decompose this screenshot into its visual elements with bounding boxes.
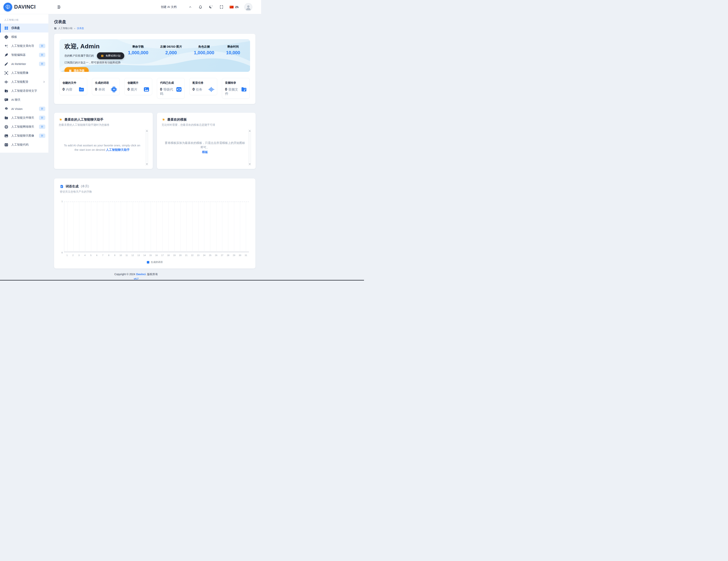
x-tick-label: 27 (221, 254, 223, 257)
dark-mode-button[interactable] (208, 4, 214, 10)
sidebar-item-ai-rewriter[interactable]: AI ReWriter新 (0, 59, 48, 68)
gridline (151, 202, 151, 252)
gridline (228, 202, 228, 252)
camera-icon (4, 71, 8, 75)
scroll-down-arrow[interactable] (146, 163, 148, 165)
gridline (139, 202, 139, 252)
sidebar-item-templates[interactable]: AI模板 (0, 33, 48, 41)
create-ai-doc-dropdown[interactable]: 创建 AI 文档 (160, 5, 193, 9)
breadcrumb-current[interactable]: 仪表盘 (77, 27, 84, 30)
favorite-templates-title: 最喜欢的模板 (167, 117, 187, 122)
usage-card-title: 代码已生成 (160, 81, 182, 85)
new-badge: 新 (39, 107, 45, 111)
sidebar-item-label: 人工智能语音转文字 (11, 89, 37, 93)
usage-card-unit: 任务 (196, 88, 202, 91)
usage-card-voiceover-tasks: 配音任务0任务 (189, 78, 217, 95)
breadcrumb-group[interactable]: 人工智能小组 (58, 27, 72, 30)
stat-value: 2,000 (160, 50, 182, 55)
chart-title-suffix: (本月) (81, 184, 89, 189)
upgrade-now-button[interactable]: 现在升级 (64, 67, 89, 72)
sidebar-item-ai-code[interactable]: 人工智能代码 (0, 140, 48, 149)
sidebar-item-label: 人工智能代码 (11, 143, 28, 147)
overview-card: 欢迎, Admin 您的帐户目前属于我们的 免费试用计划 订阅我们的计划之一，即… (54, 34, 255, 104)
usage-card-words: 生成的词语0单词AI (92, 78, 120, 95)
stat-value: 1,000,000 (194, 50, 214, 55)
sidebar-item-chat-image[interactable]: 人工智能聊天图像新 (0, 131, 48, 140)
sidebar-item-label: 人工智能配音 (11, 80, 28, 84)
code-icon (176, 86, 182, 93)
breadcrumb-separator: » (74, 27, 75, 30)
x-tick-label: 31 (245, 254, 247, 257)
gridline (133, 202, 133, 252)
code-icon (4, 143, 8, 147)
chevron-up-icon (189, 6, 192, 8)
scroll-down-arrow[interactable] (249, 163, 251, 165)
scrollbar[interactable] (248, 129, 251, 166)
subscribe-text: 订阅我们的计划之一，即可获得所有功能和优势 (64, 61, 250, 64)
free-trial-plan-label: 免费试用计划 (106, 54, 120, 58)
language-selector[interactable]: Zh (230, 5, 239, 9)
gridline (127, 202, 127, 252)
gridline (186, 202, 187, 252)
stat-label: 剩余时间 (226, 45, 240, 49)
x-tick-label: 8 (108, 254, 109, 257)
sidebar-toggle-button[interactable] (56, 4, 63, 10)
sidebar-item-file-chat[interactable]: 人工智能文件聊天新 (0, 113, 48, 122)
banner-stat-images-left: 左侧 DE/SD 图片2,000 (160, 45, 182, 55)
sidebar-item-label: 模板 (11, 35, 17, 39)
box-check-icon (69, 69, 72, 72)
folder-icon (4, 116, 8, 120)
sidebar-item-web-chat[interactable]: 人工智能网络聊天新 (0, 122, 48, 131)
sidebar-item-dashboard[interactable]: 仪表盘 (0, 24, 48, 33)
free-trial-plan-button[interactable]: 免费试用计划 (97, 52, 124, 59)
sidebar-item-article-wizard[interactable]: 人工智能文章向导新 (0, 41, 48, 50)
footer-brand-link[interactable]: Davinci (136, 273, 146, 276)
usage-card-title: 创建的文件 (63, 81, 84, 85)
x-tick-label: 19 (173, 254, 176, 257)
favorite-chat-title: 最喜欢的人工智能聊天助手 (64, 117, 103, 122)
copyright-line: Copyright © 2024Davinci. 版权所有 (54, 273, 218, 276)
pencil-icon (4, 62, 8, 66)
sidebar: 人工智能小组 仪表盘AI模板人工智能文章向导新智能编辑器新AI ReWriter… (0, 14, 49, 153)
words-generation-card: 词语生成 (本月) 密切关注您每天产生的字数 1 0 1234567891011… (54, 179, 255, 269)
scroll-up-arrow[interactable] (146, 130, 148, 132)
favorite-templates-link[interactable]: 模板 (165, 150, 245, 154)
scrollbar[interactable] (145, 129, 148, 166)
usage-card-title: 生成的词语 (95, 81, 117, 85)
globe-icon (4, 125, 8, 129)
favorite-chat-link[interactable]: 人工智能聊天助手 (106, 148, 130, 151)
brand[interactable]: Davinci (0, 3, 49, 11)
banner-stat-words-left: 剩余字数1,000,000 (128, 45, 148, 55)
user-avatar[interactable] (244, 3, 252, 11)
favorite-templates-empty-message: 要将模板添加为最喜欢的模板，只需点击所需模板上的开始图标即可。 模板 (163, 129, 247, 166)
account-status-text: 您的帐户目前属于我们的 (64, 54, 94, 58)
gridline (79, 202, 79, 252)
x-tick-label: 7 (102, 254, 103, 257)
banner-stat-chars-left: 角色左侧1,000,000 (194, 45, 214, 55)
stat-label: 角色左侧 (194, 45, 214, 49)
favorite-chat-subtitle: 您最喜爱的人工智能聊天助手随时为您服务 (59, 123, 148, 127)
sidebar-item-label: AI ReWriter (11, 62, 26, 66)
sidebar-item-ai-chat[interactable]: AI 聊天 (0, 95, 48, 104)
x-tick-label: 29 (233, 254, 235, 257)
notifications-button[interactable] (198, 4, 203, 10)
x-tick-label: 26 (215, 254, 217, 257)
chart-legend: 生成的词语 (60, 261, 250, 264)
sidebar-item-speech-to-text[interactable]: 人工智能语音转文字 (0, 86, 48, 95)
ai-chip-icon: AI (4, 35, 8, 39)
sidebar-item-ai-vision[interactable]: AI Vision新 (0, 104, 48, 113)
scroll-up-arrow[interactable] (249, 130, 251, 132)
banner-stats: 剩余字数1,000,000左侧 DE/SD 图片2,000角色左侧1,000,0… (128, 45, 240, 55)
favorite-templates-empty-text: 要将模板添加为最喜欢的模板，只需点击所需模板上的开始图标即可。 (165, 141, 245, 149)
new-badge: 新 (39, 44, 45, 48)
fullscreen-button[interactable] (219, 4, 224, 10)
gridline (121, 202, 121, 252)
sidebar-item-label: 人工智能文件聊天 (11, 116, 34, 120)
sidebar-item-smart-editor[interactable]: 智能编辑器新 (0, 50, 48, 59)
usage-card-value: 0 (225, 87, 227, 91)
language-label: Zh (235, 5, 239, 9)
sidebar-item-label: 人工智能文章向导 (11, 44, 34, 48)
gridline (234, 202, 234, 252)
sidebar-item-ai-images[interactable]: 人工智能图像 (0, 68, 48, 77)
sidebar-item-ai-voiceover[interactable]: 人工智能配音 (0, 77, 48, 86)
